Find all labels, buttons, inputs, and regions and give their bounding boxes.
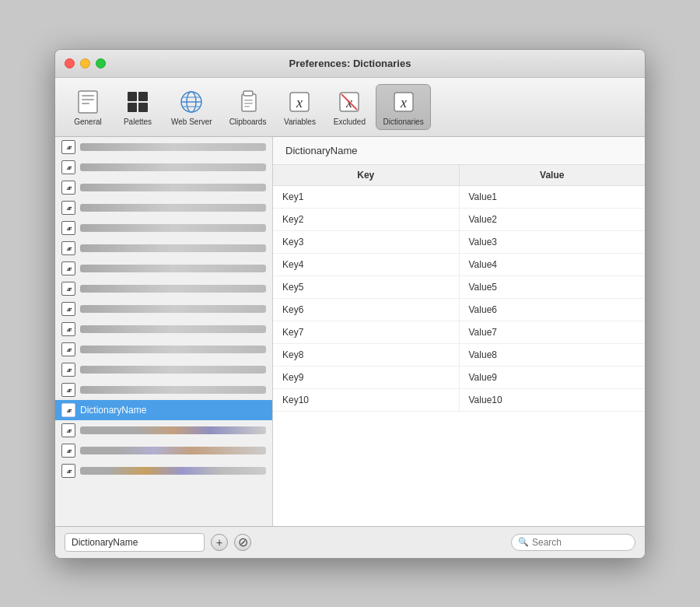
toolbar-item-excluded[interactable]: x Excluded (326, 84, 373, 130)
list-item[interactable]: 𝓍 (55, 380, 272, 400)
svg-text:x: x (400, 95, 407, 111)
value-cell: Value5 (460, 276, 646, 298)
toolbar: General Palettes Web Server Cl (55, 78, 645, 137)
minimize-button[interactable] (80, 58, 90, 68)
dictionary-name-input[interactable] (65, 533, 205, 552)
preferences-window: Preferences: Dictionaries General Palett… (54, 49, 646, 559)
key-cell: Key10 (273, 389, 460, 411)
svg-rect-1 (82, 95, 94, 96)
dict-name-header: DictionaryName (273, 137, 645, 165)
table-row[interactable]: Key5Value5 (273, 276, 645, 299)
value-cell: Value4 (460, 254, 646, 275)
item-icon: 𝓍 (61, 261, 75, 275)
item-icon: 𝓍 (61, 342, 75, 356)
list-item[interactable]: 𝓍 (55, 238, 272, 258)
list-item[interactable]: 𝓍 (55, 258, 272, 279)
svg-rect-15 (244, 100, 253, 101)
table-body: Key1Value1Key2Value2Key3Value3Key4Value4… (273, 186, 645, 526)
variables-label: Variables (284, 118, 316, 126)
key-cell: Key6 (273, 299, 460, 321)
left-panel: 𝓍 𝓍 𝓍 𝓍 𝓍 𝓍 (55, 137, 273, 526)
svg-text:x: x (296, 95, 303, 111)
variables-icon: x (285, 88, 313, 116)
search-input[interactable] (532, 537, 628, 548)
svg-rect-3 (82, 103, 89, 104)
general-icon (74, 88, 102, 116)
clipboards-icon (234, 88, 262, 116)
key-cell: Key8 (273, 344, 460, 366)
search-icon: 🔍 (518, 537, 529, 547)
table-header: Key Value (273, 165, 645, 186)
svg-rect-7 (138, 103, 148, 112)
svg-rect-4 (128, 92, 137, 101)
svg-rect-0 (79, 91, 97, 113)
webserver-icon (177, 88, 205, 116)
toolbar-item-general[interactable]: General (65, 84, 111, 130)
selected-list-item[interactable]: 𝓍 DictionaryName (55, 400, 272, 420)
key-cell: Key4 (273, 254, 460, 275)
list-item[interactable]: 𝓍 (55, 299, 272, 319)
toolbar-item-palettes[interactable]: Palettes (114, 84, 161, 130)
item-icon: 𝓍 (61, 302, 75, 316)
table-row[interactable]: Key6Value6 (273, 299, 645, 321)
table-row[interactable]: Key10Value10 (273, 389, 645, 412)
item-icon: 𝓍 (61, 423, 75, 437)
key-cell: Key9 (273, 367, 460, 388)
remove-button[interactable]: ⊘ (234, 534, 251, 551)
toolbar-item-webserver[interactable]: Web Server (164, 84, 219, 130)
table-row[interactable]: Key3Value3 (273, 231, 645, 254)
item-icon: 𝓍 (61, 181, 75, 195)
right-panel: DictionaryName Key Value Key1Value1Key2V… (273, 137, 645, 526)
list-item[interactable]: 𝓍 (55, 440, 272, 461)
item-icon: 𝓍 (61, 383, 75, 397)
list-item[interactable]: 𝓍 (55, 198, 272, 218)
dictionaries-icon: x (390, 88, 418, 116)
key-cell: Key1 (273, 186, 460, 208)
item-icon: 𝓍 (61, 160, 75, 174)
table-row[interactable]: Key9Value9 (273, 367, 645, 389)
value-cell: Value10 (460, 389, 646, 411)
webserver-label: Web Server (171, 118, 212, 126)
table-row[interactable]: Key2Value2 (273, 209, 645, 231)
clipboards-label: Clipboards (229, 118, 267, 126)
list-item[interactable]: 𝓍 (55, 157, 272, 177)
bottom-bar: + ⊘ 🔍 (55, 526, 645, 558)
dictionaries-label: Dictionaries (383, 118, 423, 126)
list-item[interactable]: 𝓍 (55, 177, 272, 198)
search-box[interactable]: 🔍 (511, 534, 635, 551)
toolbar-item-clipboards[interactable]: Clipboards (222, 84, 274, 130)
list-item[interactable]: 𝓍 (55, 420, 272, 440)
value-cell: Value2 (460, 209, 646, 230)
value-cell: Value8 (460, 344, 646, 366)
table-row[interactable]: Key1Value1 (273, 186, 645, 209)
excluded-icon: x (335, 88, 363, 116)
list-item[interactable]: 𝓍 (55, 360, 272, 380)
add-button[interactable]: + (211, 534, 228, 551)
list-item[interactable]: 𝓍 (55, 461, 272, 481)
list-item[interactable]: 𝓍 (55, 279, 272, 299)
item-icon: 𝓍 (61, 363, 75, 377)
table-row[interactable]: Key4Value4 (273, 254, 645, 276)
main-content: 𝓍 𝓍 𝓍 𝓍 𝓍 𝓍 (55, 137, 645, 526)
table-row[interactable]: Key7Value7 (273, 321, 645, 344)
table-row[interactable]: Key8Value8 (273, 344, 645, 367)
selected-item-label: DictionaryName (80, 405, 146, 416)
key-cell: Key3 (273, 231, 460, 253)
svg-rect-6 (128, 103, 137, 112)
value-cell: Value3 (460, 231, 646, 253)
svg-rect-5 (138, 92, 148, 101)
excluded-label: Excluded (334, 118, 366, 126)
item-icon: 𝓍 (61, 322, 75, 336)
list-item[interactable]: 𝓍 (55, 137, 272, 157)
list-item[interactable]: 𝓍 (55, 218, 272, 238)
value-cell: Value1 (460, 186, 646, 208)
palettes-icon (124, 88, 152, 116)
close-button[interactable] (65, 58, 75, 68)
key-cell: Key5 (273, 276, 460, 298)
toolbar-item-variables[interactable]: x Variables (276, 84, 323, 130)
general-label: General (74, 118, 102, 126)
toolbar-item-dictionaries[interactable]: x Dictionaries (376, 84, 430, 130)
list-item[interactable]: 𝓍 (55, 319, 272, 339)
list-item[interactable]: 𝓍 (55, 339, 272, 360)
maximize-button[interactable] (96, 58, 106, 68)
